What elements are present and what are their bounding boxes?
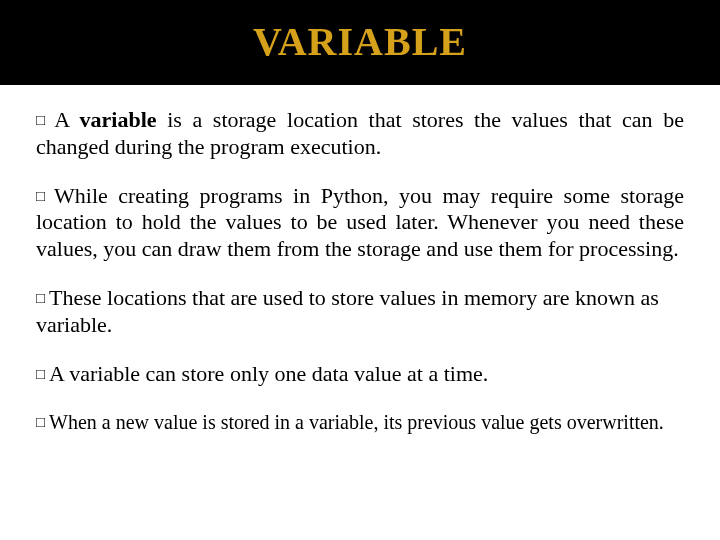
bullet-text: These locations that are used to store v… — [36, 285, 659, 337]
slide-title: VARIABLE — [253, 19, 467, 64]
bullet-item: □When a new value is stored in a variabl… — [36, 410, 684, 434]
bullet-text: When a new value is stored in a variable… — [49, 411, 664, 433]
bullet-marker-icon: □ — [36, 187, 50, 204]
slide-content: □A variable is a storage location that s… — [0, 85, 720, 540]
bullet-text-bold: variable — [80, 107, 157, 132]
bullet-marker-icon: □ — [36, 289, 45, 306]
bullet-item: □A variable can store only one data valu… — [36, 361, 684, 388]
bullet-text: While creating programs in Python, you m… — [36, 183, 684, 262]
title-bar: VARIABLE — [0, 0, 720, 85]
slide: VARIABLE □A variable is a storage locati… — [0, 0, 720, 540]
bullet-marker-icon: □ — [36, 365, 45, 382]
bullet-marker-icon: □ — [36, 413, 45, 430]
bullet-item: □While creating programs in Python, you … — [36, 183, 684, 263]
bullet-item: □A variable is a storage location that s… — [36, 107, 684, 161]
bullet-marker-icon: □ — [36, 111, 50, 128]
bullet-text-prefix: A — [54, 107, 79, 132]
bullet-text: A variable can store only one data value… — [49, 361, 488, 386]
bullet-item: □These locations that are used to store … — [36, 285, 684, 339]
